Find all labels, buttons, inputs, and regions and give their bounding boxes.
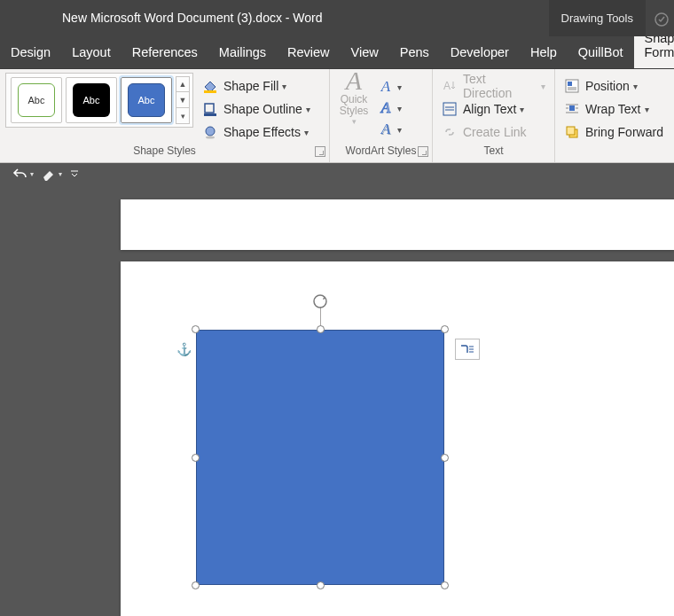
shape-rectangle[interactable] xyxy=(196,330,444,585)
wrap-text-button[interactable]: Wrap Text ▾ xyxy=(560,97,667,121)
cmd-label: Wrap Text xyxy=(585,102,641,116)
svg-rect-2 xyxy=(204,90,216,93)
chevron-down-icon: ▾ xyxy=(520,105,524,114)
cmd-label: Bring Forward xyxy=(585,125,663,139)
chevron-down-icon: ▾ xyxy=(397,82,402,92)
touch-mode-button[interactable]: ▾ xyxy=(41,167,62,181)
pen-outline-icon xyxy=(202,101,218,117)
bring-forward-button[interactable]: Bring Forward xyxy=(560,121,667,144)
svg-rect-21 xyxy=(567,127,575,135)
text-outline-button[interactable]: A ▾ xyxy=(378,97,402,119)
gallery-up-button[interactable]: ▲ xyxy=(176,76,190,92)
undo-icon xyxy=(12,167,28,181)
svg-rect-4 xyxy=(204,113,216,116)
wordart-preview-icon: A xyxy=(346,69,362,92)
paint-bucket-icon xyxy=(202,78,218,94)
svg-point-5 xyxy=(206,127,215,136)
quick-styles-button: A Quick Styles ▾ xyxy=(335,74,372,126)
tab-pens[interactable]: Pens xyxy=(389,37,440,68)
cmd-label: Position xyxy=(585,79,630,93)
ribbon: Abc Abc Abc ▲ ▼ ▾ S xyxy=(0,69,674,163)
cmd-label: Text Direction xyxy=(463,72,537,100)
document-area[interactable]: ⚓ xyxy=(0,184,674,616)
shape-effects-button[interactable]: Shape Effects ▾ xyxy=(199,121,314,144)
resize-handle-br[interactable] xyxy=(441,581,449,589)
text-effects-button[interactable]: A ▾ xyxy=(378,119,402,140)
create-link-button: Create Link xyxy=(438,121,549,144)
link-icon xyxy=(442,124,458,140)
position-button[interactable]: Position ▾ xyxy=(560,74,667,97)
wrap-text-icon xyxy=(564,101,580,117)
text-direction-button: A Text Direction ▾ xyxy=(438,74,549,97)
tab-layout[interactable]: Layout xyxy=(61,37,121,68)
chevron-down-icon: ▾ xyxy=(306,105,310,114)
chevron-down-icon: ▾ xyxy=(397,104,402,113)
resize-handle-bl[interactable] xyxy=(192,581,200,589)
preset-label: Abc xyxy=(128,83,165,117)
group-label-wordart: WordArt Styles xyxy=(330,144,432,162)
resize-handle-tr[interactable] xyxy=(441,325,449,333)
tab-help[interactable]: Help xyxy=(520,37,568,68)
text-outline-icon: A xyxy=(378,99,394,117)
cmd-label: Quick Styles xyxy=(335,94,372,117)
chevron-down-icon: ▾ xyxy=(304,128,309,137)
preset-label: Abc xyxy=(18,83,55,117)
chevron-down-icon: ▾ xyxy=(633,82,638,91)
chevron-down-icon: ▾ xyxy=(645,105,649,114)
text-fill-button[interactable]: A ▾ xyxy=(378,76,402,97)
document-page[interactable]: ⚓ xyxy=(121,261,674,616)
svg-rect-3 xyxy=(205,104,214,113)
chevron-down-icon: ▾ xyxy=(352,117,357,126)
eraser-icon xyxy=(41,167,57,181)
save-status-icon xyxy=(653,11,670,28)
resize-handle-tl[interactable] xyxy=(192,325,200,333)
resize-handle-b[interactable] xyxy=(317,581,325,589)
shape-style-gallery[interactable]: Abc Abc Abc ▲ ▼ ▾ xyxy=(5,73,193,128)
bring-forward-icon xyxy=(564,124,580,140)
cmd-label: Shape Fill xyxy=(223,79,278,93)
ribbon-tabs: Design Layout References Mailings Review… xyxy=(0,36,674,69)
gallery-more-button[interactable]: ▾ xyxy=(176,108,190,124)
resize-handle-l[interactable] xyxy=(192,454,200,462)
svg-point-23 xyxy=(314,295,326,308)
gallery-down-button[interactable]: ▼ xyxy=(176,92,190,108)
text-fill-icon: A xyxy=(378,78,394,96)
tab-developer[interactable]: Developer xyxy=(440,37,520,68)
group-label-arrange xyxy=(555,144,674,162)
selected-shape[interactable]: ⚓ xyxy=(196,330,444,585)
shape-style-preset-2[interactable]: Abc xyxy=(66,77,117,123)
tab-mailings[interactable]: Mailings xyxy=(208,37,277,68)
contextual-tab-drawing-tools[interactable]: Drawing Tools xyxy=(549,0,646,36)
layout-options-button[interactable] xyxy=(455,339,480,360)
undo-button[interactable]: ▾ xyxy=(12,167,34,181)
tab-design[interactable]: Design xyxy=(0,37,61,68)
layout-options-icon xyxy=(459,343,475,355)
rotation-handle[interactable] xyxy=(311,292,329,310)
cmd-label: Shape Outline xyxy=(223,102,302,116)
tab-view[interactable]: View xyxy=(341,37,389,68)
group-shape-styles: Abc Abc Abc ▲ ▼ ▾ S xyxy=(0,69,330,162)
svg-rect-8 xyxy=(443,103,456,115)
gallery-scroll: ▲ ▼ ▾ xyxy=(176,76,190,124)
dialog-launcher-icon[interactable] xyxy=(315,146,325,157)
resize-handle-r[interactable] xyxy=(441,454,449,462)
align-text-button[interactable]: Align Text ▾ xyxy=(438,97,549,121)
shape-style-preset-1[interactable]: Abc xyxy=(11,77,62,123)
tab-quillbot[interactable]: QuillBot xyxy=(568,37,634,68)
dialog-launcher-icon[interactable] xyxy=(418,146,428,157)
title-bar: New Microsoft Word Document (3).docx - W… xyxy=(0,0,674,36)
shape-style-preset-3[interactable]: Abc xyxy=(121,77,172,123)
chevron-down-icon: ▾ xyxy=(59,170,62,178)
resize-handle-t[interactable] xyxy=(317,325,325,333)
qat-customize-button[interactable] xyxy=(69,168,80,179)
group-arrange: Position ▾ Wrap Text ▾ Bring Forward xyxy=(555,69,674,162)
quick-access-toolbar: ▾ ▾ xyxy=(0,163,674,184)
tab-references[interactable]: References xyxy=(121,37,208,68)
previous-page-sliver xyxy=(121,199,674,250)
shape-outline-button[interactable]: Shape Outline ▾ xyxy=(199,97,314,121)
preset-label: Abc xyxy=(73,83,110,117)
chevron-down-icon: ▾ xyxy=(541,82,545,91)
shape-fill-button[interactable]: Shape Fill ▾ xyxy=(199,74,314,97)
svg-rect-15 xyxy=(569,105,575,111)
tab-review[interactable]: Review xyxy=(277,37,341,68)
